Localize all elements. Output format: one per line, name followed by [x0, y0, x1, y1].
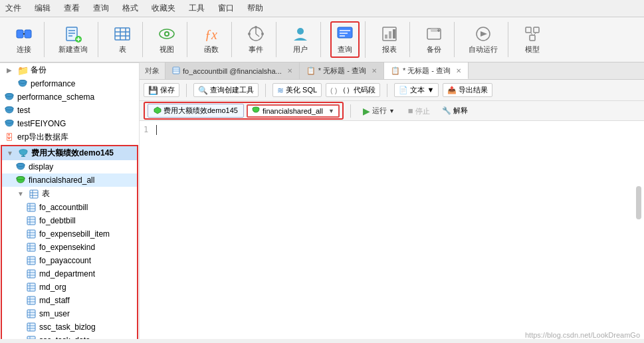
divider-3: [387, 84, 387, 97]
svg-rect-86: [27, 283, 35, 291]
menu-format[interactable]: 格式: [120, 1, 141, 15]
code-icon: ( ): [330, 86, 337, 94]
code-segment-button[interactable]: ( ) （）代码段: [326, 83, 380, 97]
svg-rect-62: [27, 203, 35, 211]
svg-rect-32: [389, 31, 391, 39]
sidebar-item-tables-folder[interactable]: ▼ 表: [2, 187, 137, 201]
explain-label: 解释: [453, 106, 468, 114]
menu-window[interactable]: 窗口: [215, 1, 237, 15]
model-button[interactable]: 模型: [518, 22, 547, 57]
open-db-icon: [18, 148, 29, 159]
svg-point-36: [437, 29, 440, 32]
toolbar-group-autorun: 自动运行: [459, 22, 508, 57]
explain-button[interactable]: 🔧 解释: [438, 104, 472, 117]
function-button[interactable]: ƒx 函数: [197, 22, 226, 57]
sidebar-item-sm-user[interactable]: sm_user: [2, 307, 137, 320]
sidebar-item-performance[interactable]: performance: [0, 77, 139, 90]
beautify-sql-button[interactable]: ≋ 美化 SQL: [272, 83, 322, 97]
view-button[interactable]: 视图: [152, 22, 181, 57]
tab-untitled-2[interactable]: 📋 * 无标题 - 查询 ✕: [384, 62, 469, 79]
new-query-label: 新建查询: [58, 45, 88, 55]
database-icon-1: [17, 78, 28, 89]
sidebar-item-ssc-bizlog[interactable]: ssc_task_bizlog: [2, 320, 137, 334]
table-button[interactable]: 表: [108, 22, 137, 57]
sidebar-item-backup[interactable]: ▶ 📁 备份: [0, 63, 139, 77]
tab-fo-accountbill[interactable]: fo_accountbill @financialsha... ✕: [165, 62, 300, 79]
sidebar-display-label: display: [29, 162, 53, 172]
main-layout: ▶ 📁 备份 performance performance_schema: [0, 62, 644, 339]
export-icon: 📤: [447, 86, 457, 94]
tab1-close[interactable]: ✕: [287, 67, 292, 74]
tab-untitled-1[interactable]: 📋 * 无标题 - 查询 ✕: [300, 62, 384, 79]
sidebar-item-display[interactable]: display: [2, 160, 137, 173]
svg-rect-31: [385, 35, 387, 39]
menu-file[interactable]: 文件: [3, 1, 24, 15]
sidebar-feiyong-label: 费用大额绩效demo145: [31, 148, 114, 159]
tab2-close[interactable]: ✕: [372, 67, 377, 74]
sidebar-item-md-org[interactable]: md_org: [2, 281, 137, 294]
connect-button[interactable]: 连接: [9, 22, 39, 57]
save-button[interactable]: 💾 保存: [144, 83, 179, 97]
sidebar-item-feiyong-demo[interactable]: ▼ 费用大额绩效demo145: [2, 146, 137, 160]
sidebar-md-staff-label: md_staff: [39, 296, 70, 305]
menu-help[interactable]: 帮助: [245, 1, 266, 15]
sidebar-item-md-staff[interactable]: md_staff: [2, 294, 137, 307]
db-select-icon: [252, 106, 260, 116]
menu-edit[interactable]: 编辑: [32, 1, 53, 15]
sidebar-item-testfeiyong[interactable]: testFEIYONG: [0, 117, 139, 130]
sidebar-item-test[interactable]: test: [0, 104, 139, 117]
stop-button[interactable]: ■ 停止: [404, 104, 434, 118]
tab-query-icon-1: 📋: [306, 66, 316, 75]
text-button[interactable]: 📄 文本 ▼: [394, 83, 439, 97]
toolbar: 连接 新建查询: [0, 17, 644, 62]
table-icon-8: [26, 295, 37, 306]
report-button[interactable]: 报表: [375, 22, 404, 57]
sidebar-erp-label: erp导出数据库: [17, 132, 68, 143]
run-button[interactable]: ▶ 运行 ▼: [358, 104, 400, 118]
breadcrumb-tab[interactable]: 费用大额绩效demo145: [148, 104, 244, 118]
new-query-button[interactable]: 新建查询: [54, 22, 92, 57]
secondary-toolbar: 💾 保存 🔍 查询创建工具 ≋ 美化 SQL ( ) （）代码段 📄 文本 ▼: [140, 80, 644, 101]
tab1-label: fo_accountbill @financialsha...: [183, 67, 282, 75]
event-button[interactable]: 事件: [241, 22, 270, 57]
sidebar-item-financialshared[interactable]: financialshared_all: [2, 173, 137, 187]
menu-query[interactable]: 查询: [90, 1, 112, 15]
user-button[interactable]: 用户: [286, 22, 315, 57]
save-label: 保存: [160, 85, 175, 95]
table-label: 表: [119, 45, 126, 55]
svg-rect-90: [27, 296, 35, 304]
sidebar-ps-label: performance_schema: [17, 92, 94, 102]
menu-view[interactable]: 查看: [61, 1, 82, 15]
db-select-dropdown[interactable]: financialshared_all ▼: [247, 104, 340, 118]
autorun-button[interactable]: 自动运行: [464, 22, 502, 57]
divider-4: [350, 104, 351, 118]
sidebar-item-fo-accountbill[interactable]: fo_accountbill: [2, 201, 137, 214]
query-button[interactable]: 查询: [330, 21, 360, 58]
backup-button[interactable]: 备份: [419, 22, 449, 57]
query-editor[interactable]: 1: [140, 121, 644, 339]
expand-icon: ▼: [5, 148, 15, 159]
query-create-tool-button[interactable]: 🔍 查询创建工具: [193, 83, 259, 97]
db-icon-testfeiyong: [4, 118, 15, 129]
tab3-close[interactable]: ✕: [456, 67, 461, 74]
object-label: 对象: [140, 62, 165, 79]
sidebar-item-fo-expensebill[interactable]: fo_expensebill_item: [2, 227, 137, 241]
sidebar-item-fo-debtbill[interactable]: fo_debtbill: [2, 214, 137, 227]
function-label: 函数: [204, 45, 219, 55]
explain-icon: 🔧: [442, 106, 451, 114]
sidebar-item-erp[interactable]: 🗄 erp导出数据库: [0, 130, 139, 144]
menu-tools[interactable]: 工具: [186, 1, 207, 15]
export-result-button[interactable]: 📤 导出结果: [443, 83, 492, 97]
svg-text:ƒx: ƒx: [205, 27, 217, 42]
menu-favorites[interactable]: 收藏夹: [149, 1, 178, 15]
backup-icon: [425, 25, 443, 43]
scroll-handle[interactable]: [636, 186, 641, 219]
sidebar-item-ssc-data[interactable]: ssc_task_data: [2, 334, 137, 339]
table-icon-9: [26, 308, 37, 319]
table-folder-icon: [29, 189, 39, 199]
sidebar-item-performance-schema[interactable]: performance_schema: [0, 90, 139, 104]
stop-label: 停止: [415, 107, 430, 115]
sidebar-item-md-department[interactable]: md_department: [2, 267, 137, 281]
sidebar-item-fo-expensekind[interactable]: fo_expensekind: [2, 241, 137, 254]
sidebar-item-fo-payaccount[interactable]: fo_payaccount: [2, 254, 137, 267]
